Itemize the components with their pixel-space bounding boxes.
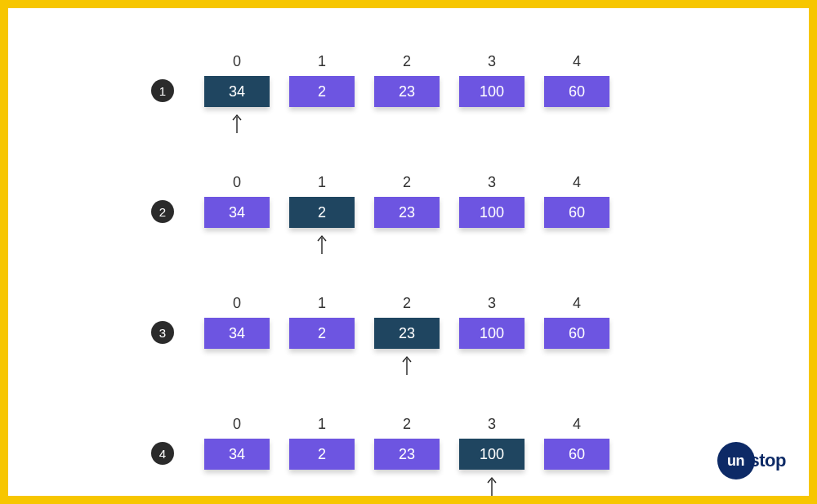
array-cell: 23 <box>374 197 440 228</box>
diagram-row: 1034122233100460 <box>172 53 662 135</box>
cell-index-label: 4 <box>573 53 581 71</box>
cell-index-label: 1 <box>318 416 326 434</box>
array-cell: 100 <box>459 197 525 228</box>
array-cell-column: 223 <box>374 53 440 135</box>
pointer-arrow-icon <box>289 475 355 497</box>
cell-row: 034122233100460 <box>204 416 662 497</box>
step-badge: 3 <box>151 321 174 344</box>
array-cell-column: 034 <box>204 416 270 497</box>
pointer-arrow-icon <box>374 475 440 497</box>
array-traversal-diagram: 1034122233100460203412223310046030341222… <box>172 53 662 504</box>
array-cell-column: 223 <box>374 416 440 497</box>
cell-index-label: 1 <box>318 53 326 71</box>
array-cell: 34 <box>204 439 270 470</box>
array-cell-column: 12 <box>289 295 355 377</box>
array-cell: 100 <box>459 318 525 349</box>
pointer-arrow-icon <box>289 233 355 256</box>
pointer-arrow-icon <box>544 475 609 497</box>
cell-index-label: 2 <box>403 295 411 313</box>
array-cell-column: 3100 <box>459 174 525 256</box>
pointer-arrow-icon <box>289 354 355 377</box>
array-cell: 2 <box>289 318 355 349</box>
cell-index-label: 0 <box>233 53 241 71</box>
array-cell-highlight: 23 <box>374 318 440 349</box>
array-cell-column: 034 <box>204 174 270 256</box>
array-cell-column: 034 <box>204 295 270 377</box>
array-cell-column: 223 <box>374 295 440 377</box>
cell-row: 034122233100460 <box>204 174 662 256</box>
step-badge: 4 <box>151 442 174 465</box>
cell-index-label: 1 <box>318 174 326 192</box>
cell-row: 034122233100460 <box>204 53 662 135</box>
pointer-arrow-icon <box>544 233 609 256</box>
cell-index-label: 0 <box>233 174 241 192</box>
array-cell-column: 12 <box>289 53 355 135</box>
array-cell-column: 3100 <box>459 416 525 497</box>
cell-index-label: 4 <box>573 295 581 313</box>
pointer-arrow-icon <box>459 233 525 256</box>
array-cell-column: 460 <box>544 416 609 497</box>
array-cell-column: 460 <box>544 174 609 256</box>
array-cell: 100 <box>459 76 525 107</box>
cell-index-label: 0 <box>233 295 241 313</box>
cell-index-label: 3 <box>488 416 496 434</box>
array-cell-column: 12 <box>289 174 355 256</box>
array-cell: 60 <box>544 197 609 228</box>
array-cell-column: 223 <box>374 174 440 256</box>
pointer-arrow-icon <box>544 354 609 377</box>
array-cell: 23 <box>374 439 440 470</box>
array-cell: 2 <box>289 76 355 107</box>
pointer-arrow-icon <box>374 354 440 377</box>
array-cell: 60 <box>544 318 609 349</box>
diagram-row: 2034122233100460 <box>172 174 662 256</box>
cell-row: 034122233100460 <box>204 295 662 377</box>
array-cell-highlight: 2 <box>289 197 355 228</box>
cell-index-label: 3 <box>488 53 496 71</box>
cell-index-label: 2 <box>403 53 411 71</box>
array-cell: 60 <box>544 439 609 470</box>
cell-index-label: 2 <box>403 416 411 434</box>
array-cell-column: 3100 <box>459 53 525 135</box>
array-cell-column: 460 <box>544 295 609 377</box>
cell-index-label: 4 <box>573 416 581 434</box>
array-cell: 23 <box>374 76 440 107</box>
brand-logo: un stop <box>717 442 786 479</box>
step-badge: 2 <box>151 200 174 223</box>
pointer-arrow-icon <box>459 112 525 135</box>
pointer-arrow-icon <box>459 475 525 497</box>
array-cell-column: 460 <box>544 53 609 135</box>
pointer-arrow-icon <box>459 354 525 377</box>
pointer-arrow-icon <box>204 475 270 497</box>
array-cell-highlight: 34 <box>204 76 270 107</box>
cell-index-label: 3 <box>488 295 496 313</box>
pointer-arrow-icon <box>289 112 355 135</box>
pointer-arrow-icon <box>204 112 270 135</box>
pointer-arrow-icon <box>374 112 440 135</box>
array-cell: 34 <box>204 197 270 228</box>
array-cell-column: 034 <box>204 53 270 135</box>
cell-index-label: 0 <box>233 416 241 434</box>
brand-logo-text: stop <box>750 450 786 471</box>
array-cell-column: 3100 <box>459 295 525 377</box>
array-cell: 2 <box>289 439 355 470</box>
diagram-row: 4034122233100460 <box>172 416 662 497</box>
cell-index-label: 1 <box>318 295 326 313</box>
pointer-arrow-icon <box>204 354 270 377</box>
array-cell: 34 <box>204 318 270 349</box>
cell-index-label: 2 <box>403 174 411 192</box>
pointer-arrow-icon <box>204 233 270 256</box>
array-cell-highlight: 100 <box>459 439 525 470</box>
diagram-row: 3034122233100460 <box>172 295 662 377</box>
array-cell: 60 <box>544 76 609 107</box>
cell-index-label: 3 <box>488 174 496 192</box>
array-cell-column: 12 <box>289 416 355 497</box>
pointer-arrow-icon <box>374 233 440 256</box>
cell-index-label: 4 <box>573 174 581 192</box>
pointer-arrow-icon <box>544 112 609 135</box>
step-badge: 1 <box>151 79 174 102</box>
